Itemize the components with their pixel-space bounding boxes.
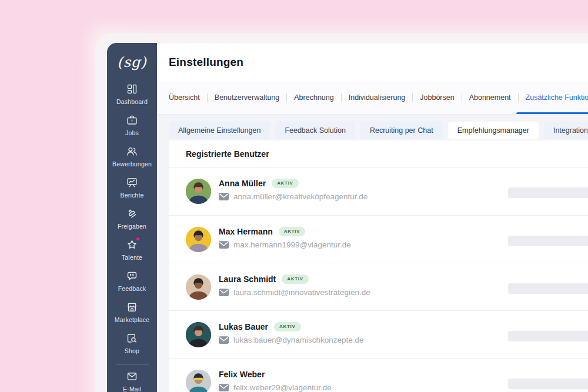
sidebar-divider: [116, 364, 149, 364]
main-area: Einstellungen ÜbersichtBenutzerverwaltun…: [157, 43, 588, 392]
user-name: Anna Müller: [219, 179, 266, 188]
avatar: [186, 179, 211, 204]
envelope-icon: [219, 193, 229, 200]
row-placeholder-bar: [508, 378, 588, 389]
sidebar-item-label: Marketplace: [115, 316, 149, 323]
app-logo: (sg): [117, 49, 146, 76]
sidebar-item-dashboard[interactable]: Dashboard: [107, 78, 157, 109]
avatar: [186, 274, 211, 300]
tab-individualisierung[interactable]: Individualisierung: [341, 81, 406, 114]
sidebar-item-bewerbungen[interactable]: Bewerbungen: [107, 140, 157, 172]
sidebar-item-label: Bewerbungen: [112, 160, 152, 167]
sidebar-item-label: Jobs: [125, 129, 139, 136]
user-email: laura.schmidt@innovativestrategien.de: [233, 288, 370, 297]
dashboard-grid-icon: [126, 82, 139, 95]
user-name: Lukas Bauer: [219, 322, 268, 331]
storefront-icon: [126, 300, 139, 313]
user-email: lukas.bauer@dynamischkonzepte.de: [233, 336, 364, 344]
envelope-icon: [219, 289, 229, 296]
sidebar-item-label: Berichte: [120, 192, 143, 199]
user-row-lukas-bauer[interactable]: Lukas Bauer AKTIV: [169, 310, 588, 358]
status-badge: AKTIV: [279, 227, 306, 236]
envelope-icon: [219, 336, 229, 344]
speech-bubble-icon: [126, 269, 139, 282]
user-name: Felix Weber: [219, 370, 265, 379]
sidebar-item-shop[interactable]: Shop: [107, 327, 157, 359]
tab-bersicht[interactable]: Übersicht: [169, 81, 200, 114]
page-title: Einstellungen: [169, 56, 243, 69]
app-window: (sg) Dashboard Jobs: [95, 33, 588, 392]
envelope-icon: [126, 370, 139, 383]
user-row-anna-m-ller[interactable]: Anna Müller AKTIV: [169, 167, 588, 215]
star-icon: [126, 238, 139, 251]
avatar: [186, 227, 211, 252]
avatar: [186, 322, 211, 347]
briefcase-icon: [126, 113, 139, 126]
sidebar-item-label: Talente: [122, 254, 142, 261]
sidebar-item-berichte[interactable]: Berichte: [107, 172, 157, 203]
sidebar-item-label: Feedback: [118, 285, 146, 292]
tab-abonnement[interactable]: Abonnement: [462, 81, 511, 114]
subtab-allgemeine-einstellungen[interactable]: Allgemeine Einstellungen: [169, 122, 270, 139]
registered-users-card: Registrierte Benutzer: [169, 140, 588, 392]
sidebar-item-label: Shop: [125, 347, 139, 354]
sidebar-item-label: Dashboard: [116, 98, 148, 105]
subtab-recruiting-per-chat[interactable]: Recruiting per Chat: [360, 122, 443, 139]
user-row-laura-schmidt[interactable]: Laura Schmidt AKTIV: [169, 263, 588, 310]
notification-dot: [135, 236, 141, 242]
page-header: Einstellungen: [157, 43, 588, 81]
tab-jobb-rsen[interactable]: Jobbörsen: [412, 81, 454, 114]
sidebar-item-feedback[interactable]: Feedback: [107, 265, 157, 296]
avatar: [186, 370, 211, 392]
status-badge: AKTIV: [272, 179, 299, 188]
subtab-bar: Allgemeine EinstellungenFeedback Solutio…: [169, 122, 588, 139]
document-search-icon: [126, 331, 139, 344]
status-badge: AKTIV: [274, 322, 301, 331]
user-row-max-hermann[interactable]: Max Hermann AKTIV: [169, 215, 588, 263]
row-placeholder-bar: [508, 283, 588, 294]
app-frame: (sg) Dashboard Jobs: [107, 43, 588, 392]
row-placeholder-bar: [508, 187, 588, 198]
user-email: max.hermann1999@vlagentur.de: [233, 240, 351, 249]
section-title: Registrierte Benutzer: [169, 140, 588, 167]
user-name: Laura Schmidt: [219, 274, 276, 284]
user-row-felix-weber[interactable]: Felix Weber: [169, 358, 588, 392]
user-email: felix.weber29@vlagentur.de: [233, 383, 332, 392]
status-badge: AKTIV: [282, 274, 309, 284]
envelope-icon: [219, 384, 229, 391]
sidebar-item-jobs[interactable]: Jobs: [107, 109, 157, 140]
sidebar-item-freigaben[interactable]: Freigaben: [107, 203, 157, 234]
tab-abrechnung[interactable]: Abrechnung: [286, 81, 333, 114]
row-placeholder-bar: [508, 236, 588, 246]
subtab-integrationen[interactable]: Integrationen: [544, 122, 588, 139]
sidebar-item-label: E-Mail: [123, 386, 141, 392]
sidebar-item-e-mail[interactable]: E-Mail: [107, 366, 157, 392]
subtab-feedback-solution[interactable]: Feedback Solution: [275, 122, 355, 139]
user-email: anna.müller@kreativeköpfeagentur.de: [233, 192, 368, 201]
row-placeholder-bar: [508, 331, 588, 341]
envelope-icon: [219, 241, 229, 249]
tab-zus-tzliche-funktionen[interactable]: Zusätzliche Funktionen: [518, 81, 588, 114]
content-area: Allgemeine EinstellungenFeedback Solutio…: [157, 115, 588, 392]
sidebar-item-marketplace[interactable]: Marketplace: [107, 296, 157, 327]
settings-tabbar: ÜbersichtBenutzerverwaltungAbrechnungInd…: [157, 81, 588, 115]
tab-benutzerverwaltung[interactable]: Benutzerverwaltung: [207, 81, 279, 114]
sidebar-item-label: Freigaben: [118, 223, 146, 230]
stamp-icon: [126, 207, 139, 220]
user-name: Max Hermann: [219, 227, 273, 236]
sidebar-item-talente[interactable]: Talente: [107, 234, 157, 265]
sidebar: (sg) Dashboard Jobs: [107, 43, 157, 392]
presentation-chart-icon: [126, 176, 139, 189]
people-icon: [126, 145, 139, 158]
subtab-empfehlungsmanager[interactable]: Empfehlungsmanager: [448, 122, 539, 139]
sidebar-nav: Dashboard Jobs Bewerbungen: [107, 78, 157, 392]
user-list: Anna Müller AKTIV: [169, 167, 588, 392]
